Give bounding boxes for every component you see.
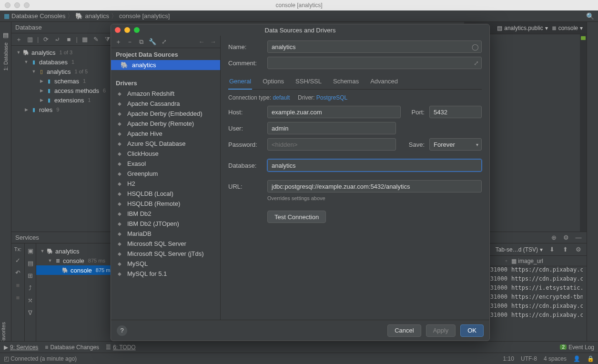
driver-item[interactable]: ◆Microsoft SQL Server xyxy=(111,239,220,249)
apply-button[interactable]: Apply xyxy=(426,324,456,337)
refresh-icon[interactable]: ⟳ xyxy=(41,35,50,44)
grid-icon[interactable]: ⊞ xyxy=(26,271,35,280)
driver-item[interactable]: ◆Greenplum xyxy=(111,169,220,179)
todo-tool-button[interactable]: ☰ 6: TODO xyxy=(106,344,136,351)
tab-ssh[interactable]: SSH/SSL xyxy=(294,76,323,89)
user-label: User: xyxy=(228,125,263,132)
gear-icon[interactable]: ⚙ xyxy=(574,245,583,254)
cancel-button[interactable]: Cancel xyxy=(387,324,421,337)
collapse-icon[interactable]: ▤ xyxy=(26,259,35,267)
user-input[interactable] xyxy=(267,122,396,134)
breadcrumb-item[interactable]: ▦ Database Consoles xyxy=(4,12,65,20)
expand-icon[interactable]: ⤢ xyxy=(474,60,479,67)
port-input[interactable] xyxy=(429,106,482,118)
search-icon[interactable]: 🔍 xyxy=(586,12,594,20)
driver-link[interactable]: PostgreSQL xyxy=(316,94,347,101)
color-ring-icon[interactable]: ◯ xyxy=(472,43,479,51)
expand-icon[interactable]: ▣ xyxy=(26,246,35,255)
stop-icon[interactable]: ■ xyxy=(14,293,22,302)
driver-item[interactable]: ◆H2 xyxy=(111,179,220,189)
upload-icon[interactable]: ⬆ xyxy=(561,245,569,254)
sync-icon[interactable]: ⤾ xyxy=(53,35,61,44)
services-tool-button[interactable]: ▶ 9: Services xyxy=(4,344,38,351)
wrench-icon[interactable]: 🔧 xyxy=(148,38,157,46)
driver-item[interactable]: ◆HSQLDB (Remote) xyxy=(111,199,220,209)
download-icon[interactable]: ⬇ xyxy=(547,245,556,254)
indent[interactable]: 4 spaces xyxy=(544,355,567,362)
driver-item[interactable]: ◆Azure SQL Database xyxy=(111,139,220,149)
merge-icon[interactable]: ⤲ xyxy=(26,296,35,304)
password-input[interactable] xyxy=(267,138,396,151)
ok-button[interactable]: OK xyxy=(460,324,484,337)
save-select[interactable]: Forever xyxy=(429,138,482,151)
console-selector[interactable]: ≣ console ▾ xyxy=(552,25,583,31)
caret-position[interactable]: 1:10 xyxy=(503,355,514,362)
test-connection-button[interactable]: Test Connection xyxy=(267,211,326,223)
format-selector[interactable]: Tab-se…d (TSV) ▾ xyxy=(496,246,543,253)
tab-schemas[interactable]: Schemas xyxy=(332,76,360,89)
driver-item[interactable]: ◆HSQLDB (Local) xyxy=(111,189,220,199)
driver-item[interactable]: ◆ClickHouse xyxy=(111,149,220,159)
driver-item[interactable]: ◆IBM Db2 xyxy=(111,209,220,219)
commit-icon[interactable]: ✓ xyxy=(14,256,22,264)
comment-label: Comment: xyxy=(228,60,263,67)
database-input[interactable] xyxy=(267,159,482,172)
add-icon[interactable]: ＋ xyxy=(14,35,23,44)
folder-icon: ▮ xyxy=(46,78,52,84)
encoding[interactable]: UTF-8 xyxy=(521,355,537,362)
connection-type-link[interactable]: default xyxy=(273,94,290,101)
driver-icon: ◆ xyxy=(116,101,123,107)
minimize-icon[interactable]: — xyxy=(574,233,583,242)
tab-options[interactable]: Options xyxy=(262,76,285,89)
driver-item[interactable]: ◆Microsoft SQL Server (jTds) xyxy=(111,249,220,259)
db-changes-tool-button[interactable]: ≡ Database Changes xyxy=(45,344,99,351)
chart-icon[interactable]: ⤢ xyxy=(160,38,168,46)
driver-item[interactable]: ◆Apache Derby (Remote) xyxy=(111,119,220,129)
database-icon: 🐘 xyxy=(75,12,83,20)
table-icon[interactable]: ▦ xyxy=(81,35,89,44)
lock-icon[interactable]: 🔒 xyxy=(587,355,594,362)
filter-icon[interactable]: ∇ xyxy=(26,308,35,317)
driver-item[interactable]: ◆Apache Derby (Embedded) xyxy=(111,109,220,119)
driver-item[interactable]: ◆Apache Cassandra xyxy=(111,99,220,109)
event-log-button[interactable]: 2 Event Log xyxy=(560,344,594,351)
edit-icon[interactable]: ✎ xyxy=(92,35,101,44)
stop-icon[interactable]: ■ xyxy=(14,281,22,289)
database-tool-icon[interactable]: ▤ xyxy=(3,31,9,39)
driver-icon: ◆ xyxy=(116,181,123,187)
name-input[interactable] xyxy=(267,40,482,53)
driver-item[interactable]: ◆MySQL for 5.1 xyxy=(111,269,220,279)
comment-input[interactable] xyxy=(267,57,482,69)
datasource-icon[interactable]: ▥ xyxy=(26,35,34,44)
name-label: Name: xyxy=(228,43,263,51)
gear-icon[interactable]: ⚙ xyxy=(562,233,570,242)
left-strip-label[interactable]: 1: Database xyxy=(3,42,9,71)
dialog-titlebar[interactable]: Data Sources and Drivers xyxy=(111,24,489,36)
tool-window-icon[interactable]: ◰ xyxy=(4,355,9,362)
driver-item[interactable]: ◆Amazon Redshift xyxy=(111,89,220,99)
driver-item[interactable]: ◆MySQL xyxy=(111,259,220,269)
help-icon[interactable]: ? xyxy=(117,325,127,336)
host-input[interactable] xyxy=(267,106,401,118)
inspector-icon[interactable]: 👤 xyxy=(573,355,580,362)
column-header[interactable]: ▦ image_url xyxy=(511,258,583,264)
driver-item[interactable]: ◆Apache Hive xyxy=(111,129,220,139)
schema-selector[interactable]: ▤ analytics.public ▾ xyxy=(497,25,547,31)
target-icon[interactable]: ⊕ xyxy=(549,233,558,242)
sidebar-toolbar: ＋ － ⧉ 🔧 ⤢ ← → xyxy=(111,36,220,48)
link-icon[interactable]: ⤴ xyxy=(26,283,35,292)
driver-item[interactable]: ◆MariaDB xyxy=(111,229,220,239)
remove-icon[interactable]: － xyxy=(125,38,134,46)
tab-advanced[interactable]: Advanced xyxy=(369,76,399,89)
breadcrumb-item[interactable]: 🐘 analytics xyxy=(75,12,109,20)
driver-item[interactable]: ◆IBM Db2 (JTOpen) xyxy=(111,219,220,229)
breadcrumb-item[interactable]: console [analytics] xyxy=(119,12,170,20)
tab-general[interactable]: General xyxy=(228,76,252,90)
url-input[interactable] xyxy=(267,180,482,192)
copy-icon[interactable]: ⧉ xyxy=(137,38,145,46)
stop-icon[interactable]: ■ xyxy=(64,35,73,44)
data-source-item[interactable]: 🐘 analytics xyxy=(111,60,220,70)
rollback-icon[interactable]: ↶ xyxy=(14,268,22,277)
add-icon[interactable]: ＋ xyxy=(114,38,122,46)
driver-item[interactable]: ◆Exasol xyxy=(111,159,220,169)
